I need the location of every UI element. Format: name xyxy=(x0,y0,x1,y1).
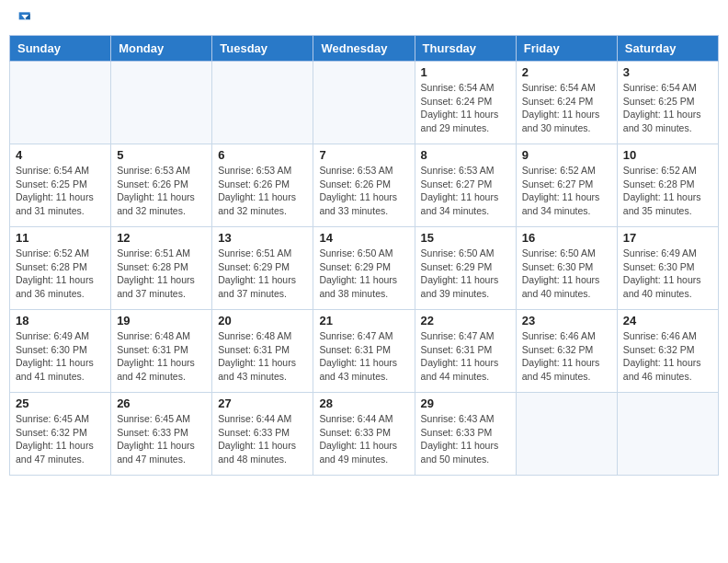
calendar-cell: 22Sunrise: 6:47 AM Sunset: 6:31 PM Dayli… xyxy=(415,310,516,393)
day-number: 8 xyxy=(421,148,510,162)
day-info: Sunrise: 6:45 AM Sunset: 6:32 PM Dayligh… xyxy=(16,412,105,466)
calendar-cell: 17Sunrise: 6:49 AM Sunset: 6:30 PM Dayli… xyxy=(617,227,718,310)
day-number: 24 xyxy=(623,314,712,327)
day-number: 21 xyxy=(319,314,408,327)
day-info: Sunrise: 6:54 AM Sunset: 6:25 PM Dayligh… xyxy=(623,81,712,135)
day-number: 6 xyxy=(218,148,307,162)
weekday-header-tuesday: Tuesday xyxy=(212,36,313,62)
day-info: Sunrise: 6:46 AM Sunset: 6:32 PM Dayligh… xyxy=(522,329,611,384)
day-number: 17 xyxy=(623,231,712,245)
day-info: Sunrise: 6:49 AM Sunset: 6:30 PM Dayligh… xyxy=(623,247,712,301)
calendar-cell: 27Sunrise: 6:44 AM Sunset: 6:33 PM Dayli… xyxy=(212,393,313,476)
calendar-cell: 20Sunrise: 6:48 AM Sunset: 6:31 PM Dayli… xyxy=(212,310,313,393)
calendar-cell: 23Sunrise: 6:46 AM Sunset: 6:32 PM Dayli… xyxy=(516,310,617,393)
calendar-cell: 16Sunrise: 6:50 AM Sunset: 6:30 PM Dayli… xyxy=(516,227,617,310)
week-row-3: 11Sunrise: 6:52 AM Sunset: 6:28 PM Dayli… xyxy=(10,227,719,310)
calendar-cell: 5Sunrise: 6:53 AM Sunset: 6:26 PM Daylig… xyxy=(111,144,212,227)
day-info: Sunrise: 6:45 AM Sunset: 6:33 PM Dayligh… xyxy=(117,412,206,466)
calendar-cell: 28Sunrise: 6:44 AM Sunset: 6:33 PM Dayli… xyxy=(313,393,415,476)
weekday-header-row: SundayMondayTuesdayWednesdayThursdayFrid… xyxy=(10,36,719,62)
day-info: Sunrise: 6:47 AM Sunset: 6:31 PM Dayligh… xyxy=(421,329,510,384)
calendar-cell: 29Sunrise: 6:43 AM Sunset: 6:33 PM Dayli… xyxy=(415,393,516,476)
day-number: 12 xyxy=(117,231,206,245)
day-number: 7 xyxy=(319,148,408,162)
calendar-cell: 13Sunrise: 6:51 AM Sunset: 6:29 PM Dayli… xyxy=(212,227,313,310)
day-info: Sunrise: 6:52 AM Sunset: 6:28 PM Dayligh… xyxy=(16,247,105,301)
calendar-cell: 2Sunrise: 6:54 AM Sunset: 6:24 PM Daylig… xyxy=(516,62,617,144)
day-info: Sunrise: 6:51 AM Sunset: 6:28 PM Dayligh… xyxy=(117,247,206,301)
day-number: 27 xyxy=(218,396,307,410)
day-info: Sunrise: 6:50 AM Sunset: 6:29 PM Dayligh… xyxy=(319,247,408,301)
weekday-header-monday: Monday xyxy=(111,36,212,62)
day-info: Sunrise: 6:48 AM Sunset: 6:31 PM Dayligh… xyxy=(117,329,206,384)
day-number: 3 xyxy=(623,65,712,79)
generalblue-icon xyxy=(13,9,31,28)
day-number: 5 xyxy=(117,148,206,162)
day-info: Sunrise: 6:53 AM Sunset: 6:26 PM Dayligh… xyxy=(218,164,307,218)
day-number: 25 xyxy=(16,396,105,410)
day-info: Sunrise: 6:47 AM Sunset: 6:31 PM Dayligh… xyxy=(319,329,408,384)
calendar-cell xyxy=(313,62,415,144)
day-info: Sunrise: 6:53 AM Sunset: 6:26 PM Dayligh… xyxy=(117,164,206,218)
day-info: Sunrise: 6:43 AM Sunset: 6:33 PM Dayligh… xyxy=(421,412,510,466)
day-number: 15 xyxy=(421,231,510,245)
calendar-cell: 15Sunrise: 6:50 AM Sunset: 6:29 PM Dayli… xyxy=(415,227,516,310)
calendar-cell: 18Sunrise: 6:49 AM Sunset: 6:30 PM Dayli… xyxy=(10,310,111,393)
day-number: 10 xyxy=(623,148,712,162)
calendar-cell: 25Sunrise: 6:45 AM Sunset: 6:32 PM Dayli… xyxy=(10,393,111,476)
calendar-cell xyxy=(10,62,111,144)
logo xyxy=(13,9,31,28)
day-info: Sunrise: 6:44 AM Sunset: 6:33 PM Dayligh… xyxy=(319,412,408,466)
day-number: 20 xyxy=(218,314,307,327)
calendar-cell xyxy=(617,393,718,476)
calendar-cell: 26Sunrise: 6:45 AM Sunset: 6:33 PM Dayli… xyxy=(111,393,212,476)
day-info: Sunrise: 6:44 AM Sunset: 6:33 PM Dayligh… xyxy=(218,412,307,466)
calendar-cell xyxy=(516,393,617,476)
day-info: Sunrise: 6:51 AM Sunset: 6:29 PM Dayligh… xyxy=(218,247,307,301)
calendar-cell xyxy=(212,62,313,144)
week-row-2: 4Sunrise: 6:54 AM Sunset: 6:25 PM Daylig… xyxy=(10,144,719,227)
calendar-cell xyxy=(111,62,212,144)
day-info: Sunrise: 6:48 AM Sunset: 6:31 PM Dayligh… xyxy=(218,329,307,384)
calendar-cell: 1Sunrise: 6:54 AM Sunset: 6:24 PM Daylig… xyxy=(415,62,516,144)
weekday-header-saturday: Saturday xyxy=(617,36,718,62)
calendar-cell: 3Sunrise: 6:54 AM Sunset: 6:25 PM Daylig… xyxy=(617,62,718,144)
day-info: Sunrise: 6:54 AM Sunset: 6:24 PM Dayligh… xyxy=(522,81,611,135)
day-number: 13 xyxy=(218,231,307,245)
weekday-header-friday: Friday xyxy=(516,36,617,62)
weekday-header-wednesday: Wednesday xyxy=(313,36,415,62)
day-info: Sunrise: 6:49 AM Sunset: 6:30 PM Dayligh… xyxy=(16,329,105,384)
weekday-header-thursday: Thursday xyxy=(415,36,516,62)
day-info: Sunrise: 6:54 AM Sunset: 6:24 PM Dayligh… xyxy=(421,81,510,135)
day-number: 1 xyxy=(421,65,510,79)
day-number: 4 xyxy=(16,148,105,162)
day-number: 14 xyxy=(319,231,408,245)
day-info: Sunrise: 6:53 AM Sunset: 6:27 PM Dayligh… xyxy=(421,164,510,218)
weekday-header-sunday: Sunday xyxy=(10,36,111,62)
header xyxy=(9,9,719,28)
calendar-cell: 6Sunrise: 6:53 AM Sunset: 6:26 PM Daylig… xyxy=(212,144,313,227)
day-number: 19 xyxy=(117,314,206,327)
calendar-cell: 12Sunrise: 6:51 AM Sunset: 6:28 PM Dayli… xyxy=(111,227,212,310)
day-number: 16 xyxy=(522,231,611,245)
calendar-table: SundayMondayTuesdayWednesdayThursdayFrid… xyxy=(9,35,719,476)
day-info: Sunrise: 6:50 AM Sunset: 6:30 PM Dayligh… xyxy=(522,247,611,301)
day-number: 2 xyxy=(522,65,611,79)
day-number: 23 xyxy=(522,314,611,327)
week-row-5: 25Sunrise: 6:45 AM Sunset: 6:32 PM Dayli… xyxy=(10,393,719,476)
day-info: Sunrise: 6:46 AM Sunset: 6:32 PM Dayligh… xyxy=(623,329,712,384)
day-number: 22 xyxy=(421,314,510,327)
calendar-cell: 9Sunrise: 6:52 AM Sunset: 6:27 PM Daylig… xyxy=(516,144,617,227)
calendar-cell: 8Sunrise: 6:53 AM Sunset: 6:27 PM Daylig… xyxy=(415,144,516,227)
day-number: 9 xyxy=(522,148,611,162)
day-number: 29 xyxy=(421,396,510,410)
calendar-cell: 10Sunrise: 6:52 AM Sunset: 6:28 PM Dayli… xyxy=(617,144,718,227)
calendar-cell: 24Sunrise: 6:46 AM Sunset: 6:32 PM Dayli… xyxy=(617,310,718,393)
day-number: 18 xyxy=(16,314,105,327)
calendar-cell: 21Sunrise: 6:47 AM Sunset: 6:31 PM Dayli… xyxy=(313,310,415,393)
day-number: 28 xyxy=(319,396,408,410)
day-info: Sunrise: 6:50 AM Sunset: 6:29 PM Dayligh… xyxy=(421,247,510,301)
day-number: 11 xyxy=(16,231,105,245)
calendar-cell: 11Sunrise: 6:52 AM Sunset: 6:28 PM Dayli… xyxy=(10,227,111,310)
day-info: Sunrise: 6:53 AM Sunset: 6:26 PM Dayligh… xyxy=(319,164,408,218)
